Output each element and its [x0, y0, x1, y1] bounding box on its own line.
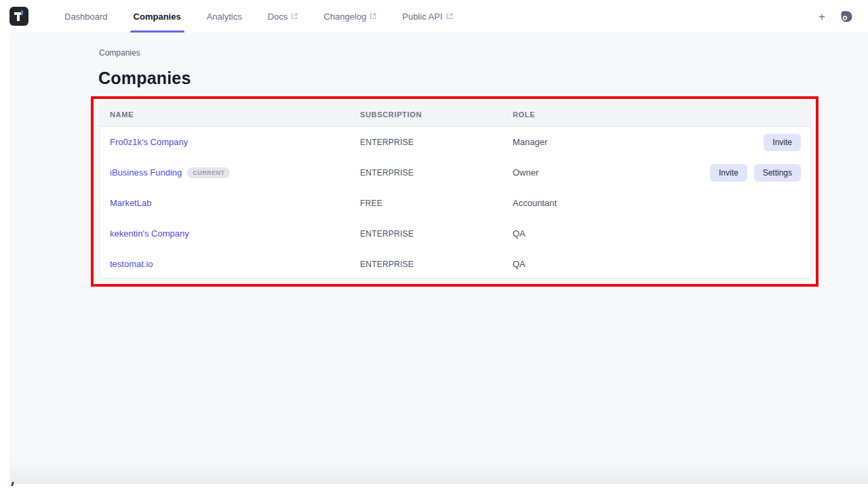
company-link[interactable]: MarketLab — [110, 198, 151, 208]
breadcrumb[interactable]: Companies — [99, 48, 140, 58]
company-link[interactable]: kekentin's Company — [110, 228, 189, 239]
nav-item-changelog[interactable]: Changelog — [311, 0, 389, 33]
main-nav: DashboardCompaniesAnalyticsDocsChangelog… — [52, 0, 466, 33]
app-logo-icon[interactable] — [9, 7, 28, 26]
column-header-role: ROLE — [513, 110, 675, 119]
cursor-artifact — [11, 482, 14, 486]
company-name-cell: MarketLab — [110, 198, 360, 208]
subscription-cell: ENTERPRISE — [360, 260, 513, 269]
row-actions: InviteSettings — [675, 164, 801, 182]
current-badge: CURRENT — [187, 167, 230, 178]
role-cell: Accountant — [513, 198, 675, 208]
role-cell: Owner — [513, 167, 675, 178]
nav-item-companies[interactable]: Companies — [121, 0, 194, 33]
external-link-icon — [291, 14, 298, 20]
company-name-cell: iBusiness FundingCURRENT — [110, 167, 360, 178]
user-avatar[interactable] — [840, 10, 853, 23]
column-header-name: NAME — [110, 110, 360, 119]
topbar-actions: + — [818, 10, 868, 23]
table-row: Fro0z1k's CompanyENTERPRISEManagerInvite — [100, 127, 810, 157]
companies-table: NAME SUBSCRIPTION ROLE Fro0z1k's Company… — [100, 102, 811, 279]
settings-button[interactable]: Settings — [754, 164, 801, 182]
nav-item-docs[interactable]: Docs — [255, 0, 311, 33]
nav-item-label: Companies — [134, 12, 181, 22]
company-link[interactable]: Fro0z1k's Company — [110, 137, 188, 147]
nav-item-analytics[interactable]: Analytics — [194, 0, 255, 33]
table-body: Fro0z1k's CompanyENTERPRISEManagerInvite… — [100, 127, 810, 279]
nav-item-label: Dashboard — [64, 12, 108, 22]
invite-button[interactable]: Invite — [710, 164, 747, 182]
table-row: iBusiness FundingCURRENTENTERPRISEOwnerI… — [100, 157, 810, 188]
role-cell: QA — [513, 259, 675, 269]
subscription-cell: FREE — [360, 199, 513, 208]
table-row: testomat.ioENTERPRISEQA — [100, 249, 810, 279]
company-name-cell: Fro0z1k's Company — [110, 137, 360, 147]
nav-item-public-api[interactable]: Public API — [389, 0, 465, 33]
page-title: Companies — [98, 68, 191, 88]
row-actions: Invite — [675, 134, 801, 151]
topbar: DashboardCompaniesAnalyticsDocsChangelog… — [0, 0, 868, 33]
nav-item-label: Analytics — [207, 12, 242, 22]
invite-button[interactable]: Invite — [764, 134, 801, 151]
company-name-cell: testomat.io — [110, 259, 360, 269]
table-row: MarketLabFREEAccountant — [100, 188, 810, 218]
nav-item-dashboard[interactable]: Dashboard — [52, 0, 121, 33]
company-name-cell: kekentin's Company — [110, 228, 360, 239]
subscription-cell: ENTERPRISE — [360, 168, 513, 178]
table-row: kekentin's CompanyENTERPRISEQA — [100, 218, 810, 249]
column-header-subscription: SUBSCRIPTION — [360, 110, 513, 119]
nav-item-label: Docs — [268, 12, 288, 22]
company-link[interactable]: iBusiness Funding — [110, 167, 182, 178]
table-header-row: NAME SUBSCRIPTION ROLE — [100, 102, 810, 127]
external-link-icon — [446, 14, 453, 20]
content-area: Companies Companies NAME SUBSCRIPTION RO… — [9, 33, 868, 484]
company-link[interactable]: testomat.io — [110, 259, 153, 269]
nav-item-label: Public API — [402, 12, 442, 22]
role-cell: Manager — [513, 137, 675, 147]
add-button[interactable]: + — [818, 11, 825, 22]
subscription-cell: ENTERPRISE — [360, 138, 513, 147]
external-link-icon — [370, 14, 376, 20]
nav-item-label: Changelog — [323, 12, 366, 22]
subscription-cell: ENTERPRISE — [360, 229, 513, 239]
role-cell: QA — [513, 228, 675, 239]
